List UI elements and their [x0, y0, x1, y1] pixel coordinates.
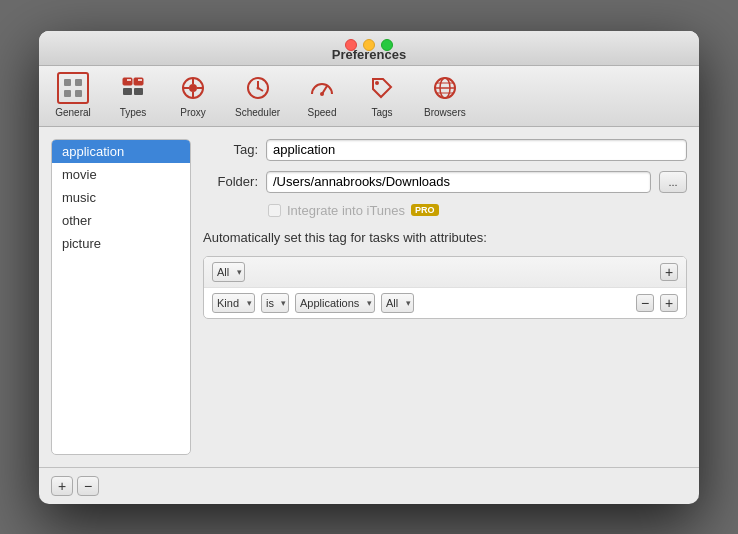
toolbar-item-tags[interactable]: Tags [352, 66, 412, 126]
svg-point-11 [189, 84, 197, 92]
toolbar-item-types[interactable]: Types [103, 66, 163, 126]
applications-select[interactable]: Applications [295, 293, 375, 313]
auto-label-row: Automatically set this tag for tasks wit… [203, 228, 687, 246]
auto-set-label: Automatically set this tag for tasks wit… [203, 230, 487, 245]
toolbar-item-browsers[interactable]: Browsers [412, 66, 478, 126]
sidebar: application movie music other picture [51, 139, 191, 455]
itunes-row: Integrate into iTunes PRO [268, 203, 687, 218]
svg-rect-7 [134, 88, 143, 95]
svg-rect-0 [64, 79, 71, 86]
pro-badge: PRO [411, 204, 439, 216]
bottom-bar: + − [39, 467, 699, 504]
svg-point-21 [320, 92, 324, 96]
svg-rect-4 [123, 78, 132, 85]
sidebar-item-movie[interactable]: movie [52, 163, 190, 186]
toolbar-item-speed[interactable]: Speed [292, 66, 352, 126]
remove-filter-button[interactable]: − [636, 294, 654, 312]
sidebar-item-application[interactable]: application [52, 140, 190, 163]
row-all-select[interactable]: All [381, 293, 414, 313]
folder-input[interactable] [266, 171, 651, 193]
preferences-window: Preferences General [39, 31, 699, 504]
content-area: application movie music other picture Ta… [39, 127, 699, 467]
filter-header: All + [204, 257, 686, 288]
kind-select[interactable]: Kind [212, 293, 255, 313]
all-select-wrap: All [212, 262, 245, 282]
window-title: Preferences [332, 47, 406, 62]
toolbar-label-general: General [55, 107, 91, 118]
toolbar-label-speed: Speed [308, 107, 337, 118]
toolbar-label-scheduler: Scheduler [235, 107, 280, 118]
types-icon [117, 72, 149, 104]
tags-icon [366, 72, 398, 104]
sidebar-item-music[interactable]: music [52, 186, 190, 209]
toolbar-item-general[interactable]: General [43, 66, 103, 126]
tag-row: Tag: [203, 139, 687, 161]
add-tag-button[interactable]: + [51, 476, 73, 496]
browse-button[interactable]: ... [659, 171, 687, 193]
add-condition-button[interactable]: + [660, 263, 678, 281]
tag-input[interactable] [266, 139, 687, 161]
proxy-icon [177, 72, 209, 104]
row-all-select-wrap: All [381, 293, 414, 313]
is-select-wrap: is [261, 293, 289, 313]
svg-rect-2 [64, 90, 71, 97]
kind-select-wrap: Kind [212, 293, 255, 313]
folder-row: Folder: ... [203, 171, 687, 193]
svg-rect-1 [75, 79, 82, 86]
toolbar-item-proxy[interactable]: Proxy [163, 66, 223, 126]
filter-box: All + Kind is [203, 256, 687, 319]
browsers-icon [429, 72, 461, 104]
sidebar-item-other[interactable]: other [52, 209, 190, 232]
toolbar-label-proxy: Proxy [180, 107, 206, 118]
svg-rect-3 [75, 90, 82, 97]
titlebar: Preferences [39, 31, 699, 66]
main-panel: Tag: Folder: ... Integrate into iTunes P… [203, 139, 687, 455]
svg-rect-6 [123, 88, 132, 95]
toolbar: General Types [39, 66, 699, 127]
itunes-checkbox[interactable] [268, 204, 281, 217]
svg-point-19 [256, 86, 259, 89]
toolbar-label-types: Types [120, 107, 147, 118]
toolbar-label-browsers: Browsers [424, 107, 466, 118]
scheduler-icon [242, 72, 274, 104]
svg-rect-5 [134, 78, 143, 85]
tag-label: Tag: [203, 142, 258, 157]
is-select[interactable]: is [261, 293, 289, 313]
filter-row: Kind is Applications [204, 288, 686, 318]
folder-label: Folder: [203, 174, 258, 189]
remove-tag-button[interactable]: − [77, 476, 99, 496]
general-icon [57, 72, 89, 104]
toolbar-label-tags: Tags [371, 107, 392, 118]
toolbar-item-scheduler[interactable]: Scheduler [223, 66, 292, 126]
svg-point-22 [375, 81, 379, 85]
all-select[interactable]: All [212, 262, 245, 282]
speed-icon [306, 72, 338, 104]
add-filter-button[interactable]: + [660, 294, 678, 312]
applications-select-wrap: Applications [295, 293, 375, 313]
itunes-label: Integrate into iTunes [287, 203, 405, 218]
sidebar-item-picture[interactable]: picture [52, 232, 190, 255]
